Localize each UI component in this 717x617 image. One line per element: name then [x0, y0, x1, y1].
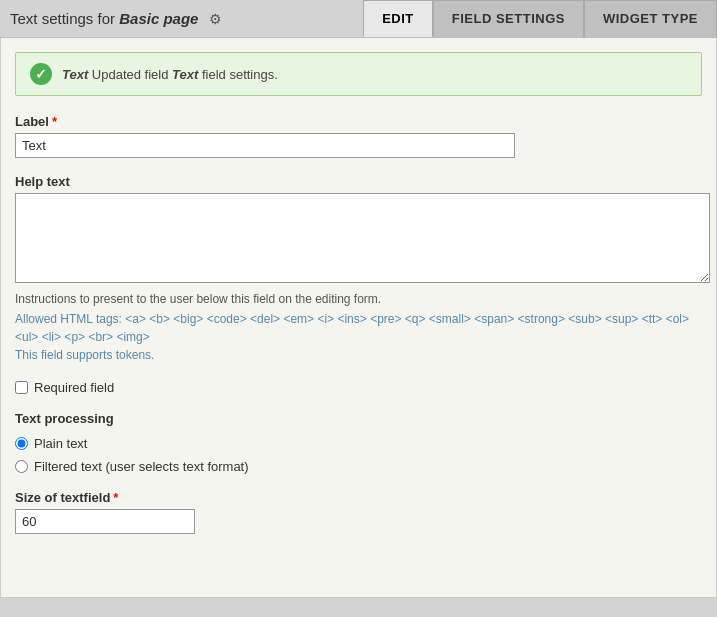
title-italic: Basic page [119, 10, 198, 27]
label-required-star: * [52, 114, 57, 129]
settings-icon[interactable]: ⚙ [209, 11, 222, 27]
label-field-group: Label* [15, 114, 702, 158]
success-text-italic: Text [62, 67, 88, 82]
text-processing-group: Text processing Plain text Filtered text… [15, 411, 702, 474]
content-area: ✓ Text Updated field Text field settings… [0, 38, 717, 598]
required-field-label: Required field [34, 380, 114, 395]
header-bar: Text settings for Basic page ⚙ EDIT FIEL… [0, 0, 717, 38]
tab-field-settings[interactable]: FIELD SETTINGS [433, 0, 584, 37]
tab-edit[interactable]: EDIT [363, 0, 433, 37]
hint-line-1: Instructions to present to the user belo… [15, 290, 702, 308]
label-field-label: Label* [15, 114, 702, 129]
help-text-label: Help text [15, 174, 702, 189]
tab-group: EDIT FIELD SETTINGS WIDGET TYPE [363, 0, 717, 37]
radio-filtered-text-row: Filtered text (user selects text format) [15, 459, 702, 474]
required-field-checkbox[interactable] [15, 381, 28, 394]
success-text: Text Updated field Text field settings. [62, 67, 278, 82]
success-icon: ✓ [30, 63, 52, 85]
radio-plain-text-row: Plain text [15, 436, 702, 451]
title-prefix: Text settings for [10, 10, 119, 27]
size-field-input[interactable] [15, 509, 195, 534]
size-field-group: Size of textfield* [15, 490, 702, 534]
text-processing-heading: Text processing [15, 411, 702, 426]
required-field-row: Required field [15, 380, 702, 395]
tab-widget-type[interactable]: WIDGET TYPE [584, 0, 717, 37]
help-text-field-group: Help text Instructions to present to the… [15, 174, 702, 364]
radio-plain-text[interactable] [15, 437, 28, 450]
size-field-label: Size of textfield* [15, 490, 702, 505]
page-wrapper: Text settings for Basic page ⚙ EDIT FIEL… [0, 0, 717, 598]
page-title-area: Text settings for Basic page ⚙ [0, 2, 363, 35]
hint-line-2: Allowed HTML tags: <a> <b> <big> <code> … [15, 310, 702, 346]
help-text-hints: Instructions to present to the user belo… [15, 290, 702, 364]
hint-line-3: This field supports tokens. [15, 346, 702, 364]
radio-plain-text-label: Plain text [34, 436, 87, 451]
help-text-input[interactable] [15, 193, 710, 283]
radio-filtered-text[interactable] [15, 460, 28, 473]
success-message: ✓ Text Updated field Text field settings… [15, 52, 702, 96]
radio-filtered-text-label: Filtered text (user selects text format) [34, 459, 249, 474]
size-required-star: * [113, 490, 118, 505]
label-input[interactable] [15, 133, 515, 158]
